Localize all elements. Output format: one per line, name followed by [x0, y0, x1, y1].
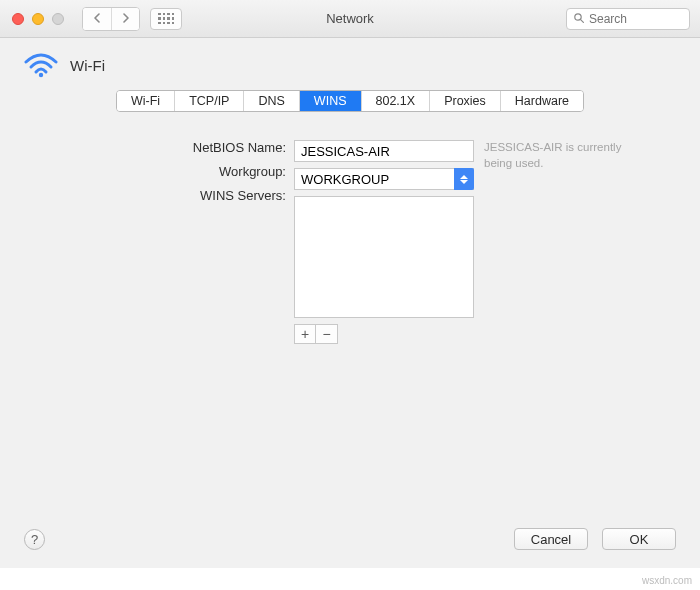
- cancel-button[interactable]: Cancel: [514, 528, 588, 550]
- form-area: NetBIOS Name: Workgroup: WINS Servers: +…: [24, 140, 676, 344]
- network-preferences-window: Network Wi-Fi Wi-Fi TCP/IP: [0, 0, 700, 568]
- zoom-window-button: [52, 13, 64, 25]
- netbios-name-label: NetBIOS Name:: [193, 140, 286, 155]
- wins-servers-buttons: + −: [294, 324, 474, 344]
- svg-point-2: [39, 73, 43, 77]
- tab-bar-inner: Wi-Fi TCP/IP DNS WINS 802.1X Proxies Har…: [116, 90, 584, 112]
- form-fields: + −: [294, 140, 474, 344]
- close-window-button[interactable]: [12, 13, 24, 25]
- tab-wifi[interactable]: Wi-Fi: [117, 91, 174, 111]
- content-area: Wi-Fi Wi-Fi TCP/IP DNS WINS 802.1X Proxi…: [0, 38, 700, 568]
- search-input[interactable]: [589, 12, 700, 26]
- workgroup-label: Workgroup:: [219, 164, 286, 179]
- netbios-hint-text: JESSICAS-AIR is currently being used.: [474, 140, 644, 344]
- add-server-button[interactable]: +: [294, 324, 316, 344]
- netbios-name-input[interactable]: [294, 140, 474, 162]
- workgroup-input[interactable]: [294, 168, 474, 190]
- tab-proxies[interactable]: Proxies: [429, 91, 500, 111]
- grid-icon: [158, 13, 174, 25]
- window-controls: [12, 13, 64, 25]
- panel-header: Wi-Fi: [24, 52, 676, 78]
- form-labels: NetBIOS Name: Workgroup: WINS Servers:: [24, 140, 294, 344]
- workgroup-combo[interactable]: [294, 168, 474, 190]
- tab-tcpip[interactable]: TCP/IP: [174, 91, 243, 111]
- tab-dns[interactable]: DNS: [243, 91, 298, 111]
- wins-servers-list[interactable]: [294, 196, 474, 318]
- chevron-left-icon: [93, 11, 102, 26]
- tab-bar: Wi-Fi TCP/IP DNS WINS 802.1X Proxies Har…: [24, 90, 676, 112]
- remove-server-button[interactable]: −: [316, 324, 338, 344]
- updown-arrow-icon[interactable]: [454, 168, 474, 190]
- footer-actions: Cancel OK: [514, 528, 676, 550]
- tab-hardware[interactable]: Hardware: [500, 91, 583, 111]
- panel-title: Wi-Fi: [70, 57, 105, 74]
- titlebar: Network: [0, 0, 700, 38]
- nav-buttons: [82, 7, 140, 31]
- tab-8021x[interactable]: 802.1X: [361, 91, 430, 111]
- footer: ? Cancel OK: [24, 510, 676, 568]
- chevron-right-icon: [121, 11, 130, 26]
- minimize-window-button[interactable]: [32, 13, 44, 25]
- back-button[interactable]: [83, 8, 111, 30]
- wins-servers-label: WINS Servers:: [200, 188, 286, 203]
- wifi-icon: [24, 52, 58, 78]
- svg-line-1: [581, 19, 584, 22]
- help-button[interactable]: ?: [24, 529, 45, 550]
- watermark-text: wsxdn.com: [642, 575, 692, 586]
- forward-button[interactable]: [111, 8, 139, 30]
- search-field[interactable]: [566, 8, 690, 30]
- ok-button[interactable]: OK: [602, 528, 676, 550]
- search-icon: [573, 10, 585, 28]
- show-all-button[interactable]: [150, 8, 182, 30]
- tab-wins[interactable]: WINS: [299, 91, 361, 111]
